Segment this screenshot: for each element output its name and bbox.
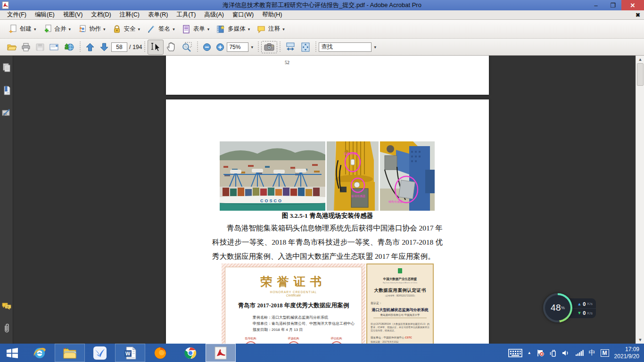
scrollbar-thumb[interactable] <box>637 63 644 86</box>
save-floppy-icon <box>35 42 45 52</box>
snapshot-button[interactable] <box>261 41 277 53</box>
memory-usage-ring[interactable]: 48 % <box>543 293 572 322</box>
taskbar-chrome[interactable] <box>175 344 206 362</box>
forms-icon <box>182 25 191 34</box>
comment-button[interactable]: 注释▾ <box>253 23 288 36</box>
multimedia-button[interactable]: 多媒体▾ <box>213 23 253 36</box>
action-center-flag-icon[interactable] <box>537 349 544 357</box>
printer-icon <box>21 42 31 52</box>
dropdown-caret-icon[interactable]: ▾ <box>69 27 71 32</box>
menu-view[interactable]: 视图(V) <box>59 10 87 20</box>
hand-tool-button[interactable] <box>164 40 179 54</box>
volume-icon[interactable] <box>562 349 570 357</box>
taskbar-thunder[interactable] <box>85 344 115 362</box>
taskbar-acrobat[interactable] <box>206 344 236 362</box>
dropdown-caret-icon[interactable]: ▾ <box>103 27 106 32</box>
system-monitor-widget[interactable]: ▲ 0 K/s ▼ 0 K/s 48 % <box>543 293 598 325</box>
up-arrow-icon <box>85 42 95 52</box>
scroll-down-button[interactable]: ▼ <box>636 336 644 344</box>
ime-m-badge[interactable]: M <box>601 349 609 357</box>
document-canvas[interactable]: 52 <box>14 56 636 344</box>
svg-text:W: W <box>125 351 131 356</box>
sign-button[interactable]: 签名▾ <box>143 23 178 36</box>
taskbar-file-explorer[interactable] <box>55 344 85 362</box>
touch-keyboard-icon[interactable] <box>508 349 522 357</box>
cstc-logo-text: CSTC <box>405 336 412 339</box>
taskbar-word[interactable]: W <box>115 344 145 362</box>
upload-button[interactable] <box>62 41 77 53</box>
photo-port-aerial: COSCO <box>220 141 325 211</box>
next-page-button[interactable] <box>97 41 111 54</box>
menu-tools[interactable]: 工具(T) <box>172 10 200 20</box>
marquee-zoom-button[interactable] <box>179 40 195 54</box>
scroll-up-button[interactable]: ▲ <box>636 56 644 63</box>
taskbar-firefox[interactable] <box>145 344 175 362</box>
multimedia-icon <box>216 25 225 34</box>
hand-tool-icon <box>165 41 177 53</box>
cert-holders: 青岛港科技有限公司 中国海洋大学 <box>373 313 427 318</box>
zoom-out-button[interactable] <box>200 41 214 53</box>
menu-edit[interactable]: 编辑(E) <box>31 10 59 20</box>
restore-button[interactable]: ❐ <box>604 0 621 10</box>
power-plug-icon[interactable] <box>549 349 557 357</box>
menu-forms[interactable]: 表单(R) <box>144 10 172 20</box>
select-tool-button[interactable] <box>148 40 164 55</box>
dropdown-caret-icon[interactable]: ▾ <box>173 27 175 32</box>
menubar-close-icon[interactable]: ✖ <box>636 12 640 18</box>
figure-photos: COSCO <box>220 141 435 211</box>
collaborate-button[interactable]: 协作▾ <box>74 23 109 36</box>
print-button[interactable] <box>19 41 33 53</box>
dropdown-caret-icon[interactable]: ▾ <box>282 27 285 32</box>
dropdown-caret-icon[interactable]: ▾ <box>248 27 250 32</box>
find-input[interactable]: 查找 <box>319 42 372 52</box>
combine-button[interactable]: 合并▾ <box>40 23 74 36</box>
open-button[interactable] <box>5 41 19 53</box>
comments-panel-icon[interactable] <box>2 302 11 311</box>
tray-expand-icon[interactable]: ▲ <box>528 351 531 355</box>
cert-issuer: 颁发单位：中国软件评测中心 CSTC <box>371 336 429 339</box>
menu-file[interactable]: 文件(F) <box>3 10 31 20</box>
pdf-page-52: 52 <box>166 56 489 95</box>
open-folder-icon <box>7 42 17 52</box>
network-signal-icon[interactable] <box>575 349 584 356</box>
pages-panel-icon[interactable] <box>2 63 11 73</box>
page-total: 194 <box>132 44 142 50</box>
taskbar-clock[interactable]: 17:09 2021/9/20 <box>614 346 639 360</box>
minimize-button[interactable]: – <box>587 0 604 10</box>
attachments-panel-icon[interactable] <box>3 323 10 333</box>
save-button[interactable] <box>33 41 47 53</box>
forms-button[interactable]: 表单▾ <box>178 23 213 36</box>
secure-button[interactable]: 安全▾ <box>109 23 144 36</box>
email-button[interactable] <box>47 41 62 53</box>
bookmarks-panel-icon[interactable] <box>2 86 11 95</box>
menu-help[interactable]: 帮助(H) <box>258 10 286 20</box>
zoom-dropdown-button[interactable]: ▾ <box>248 42 256 52</box>
taskbar: W ▲ <box>0 344 644 362</box>
cert-field-date: 颁发日期：2018 年 4 月 13 日 <box>253 327 362 333</box>
start-button[interactable] <box>0 344 25 362</box>
signatures-panel-icon[interactable] <box>2 108 11 117</box>
dropdown-caret-icon[interactable]: ▾ <box>34 27 36 32</box>
previous-page-button[interactable] <box>83 41 97 54</box>
ime-mode-indicator[interactable]: 中 <box>589 349 595 357</box>
toolbar-grip <box>144 41 145 53</box>
dropdown-caret-icon[interactable]: ▾ <box>207 27 210 32</box>
honorary-certificate: 荣誉证书 HONORARY CREDENTIAL Certificate 青岛市… <box>222 263 365 344</box>
close-button[interactable]: ✕ <box>621 0 644 10</box>
page-number-input[interactable]: 58 <box>111 42 127 52</box>
find-dropdown-button[interactable]: ▾ <box>372 42 379 52</box>
pdf-page-53: COSCO <box>166 99 489 344</box>
dropdown-caret-icon[interactable]: ▾ <box>138 27 140 32</box>
menu-document[interactable]: 文档(D) <box>87 10 115 20</box>
fit-page-button[interactable] <box>298 41 313 54</box>
menu-advanced[interactable]: 高级(A) <box>200 10 228 20</box>
chrome-icon <box>183 346 198 360</box>
fit-width-button[interactable] <box>283 41 298 54</box>
zoom-level-input[interactable]: 75% <box>227 42 248 52</box>
create-button[interactable]: 创建▾ <box>5 23 40 36</box>
zoom-in-button[interactable] <box>214 41 227 53</box>
taskbar-ie[interactable] <box>25 344 55 362</box>
menu-window[interactable]: 窗口(W) <box>228 10 258 20</box>
vertical-scrollbar[interactable]: ▲ ▼ <box>636 56 644 344</box>
menu-comments[interactable]: 注释(C) <box>116 10 144 20</box>
